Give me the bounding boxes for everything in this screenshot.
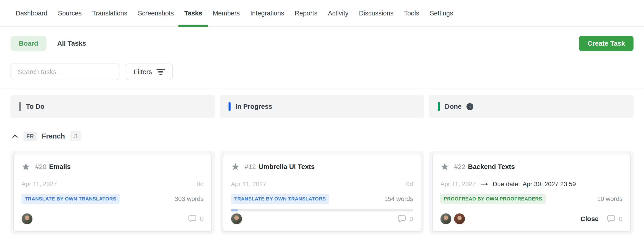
nav-integrations[interactable]: Integrations: [250, 0, 284, 26]
assignee-avatars: [22, 213, 33, 224]
card-title-row: ★ #20 Emails: [22, 162, 204, 172]
comments-indicator: 0: [607, 214, 622, 223]
star-icon[interactable]: ★: [440, 162, 449, 172]
card-title-row: ★ #22 Backend Texts: [440, 162, 622, 172]
nav-discussions[interactable]: Discussions: [359, 0, 394, 26]
nav-sources[interactable]: Sources: [58, 0, 82, 26]
nav-activity[interactable]: Activity: [328, 0, 348, 26]
footer-right: Close 0: [580, 214, 622, 223]
comment-bubble-icon: [397, 214, 406, 223]
task-id: #22: [454, 163, 465, 170]
progress-bar-fill: [231, 209, 238, 211]
footer-right: 0: [188, 214, 204, 223]
due-date-value: Apr 30, 2027 23:59: [522, 181, 576, 188]
nav-reports[interactable]: Reports: [295, 0, 318, 26]
view-tabs-row: Board All Tasks Create Task: [10, 36, 634, 51]
task-title: Umbrella UI Texts: [258, 163, 314, 170]
card-meta-row: Apr 11, 2027 0d: [231, 181, 413, 188]
word-count: 303 words: [175, 195, 204, 202]
word-count: 10 words: [597, 195, 622, 202]
card-badge-row: PROOFREAD BY OWN PROOFREADERS 10 words: [440, 194, 622, 204]
task-title: Emails: [49, 163, 71, 170]
task-title: Backend Texts: [468, 163, 515, 170]
language-name: French: [42, 132, 65, 140]
comments-indicator: 0: [188, 214, 204, 223]
nav-screenshots[interactable]: Screenshots: [138, 0, 174, 26]
top-navigation: Dashboard Sources Translations Screensho…: [0, 0, 644, 27]
language-code-badge: FR: [24, 132, 37, 141]
task-type-badge: PROOFREAD BY OWN PROOFREADERS: [440, 194, 546, 204]
todo-color-bar: [19, 102, 21, 111]
assignee-avatars: [231, 213, 242, 224]
filter-lines-icon: [156, 69, 164, 75]
section-divider: [0, 89, 644, 89]
search-row: Filters: [10, 64, 634, 80]
task-start-date: Apr 11, 2027: [231, 181, 266, 188]
due-date-label: Due date:: [493, 181, 520, 188]
filters-label: Filters: [134, 68, 152, 76]
nav-members[interactable]: Members: [213, 0, 240, 26]
tab-board[interactable]: Board: [10, 36, 46, 51]
task-type-badge: TRANSLATE BY OWN TRANSLATORS: [22, 194, 120, 204]
avatar: [440, 213, 452, 224]
nav-tools[interactable]: Tools: [404, 0, 419, 26]
card-footer: Close 0: [440, 213, 622, 224]
comment-count: 0: [410, 215, 413, 223]
chevron-up-icon: [12, 134, 18, 138]
comment-bubble-icon: [607, 214, 616, 223]
tab-all-tasks[interactable]: All Tasks: [57, 40, 86, 47]
arrow-right-icon: [480, 182, 488, 186]
info-icon[interactable]: i: [466, 103, 474, 110]
progress-bar: [231, 209, 413, 211]
column-label: In Progress: [236, 103, 272, 110]
language-group-header: FR French 3: [10, 131, 634, 142]
in-progress-color-bar: [228, 102, 230, 111]
card-title-row: ★ #12 Umbrella UI Texts: [231, 162, 413, 172]
close-task-button[interactable]: Close: [580, 215, 599, 223]
create-task-button[interactable]: Create Task: [579, 36, 634, 51]
search-input[interactable]: [10, 64, 120, 80]
column-header-todo: To Do: [10, 95, 215, 118]
avatar: [231, 213, 242, 224]
column-label: Done: [445, 103, 462, 110]
avatar: [22, 213, 33, 224]
card-meta-row: Apr 11, 2027 0d: [22, 181, 204, 188]
star-icon[interactable]: ★: [22, 162, 30, 172]
word-count: 154 words: [384, 195, 413, 202]
column-header-in-progress: In Progress: [220, 95, 424, 118]
assignee-avatars: [440, 213, 465, 224]
nav-translations[interactable]: Translations: [92, 0, 127, 26]
task-card-12[interactable]: ★ #12 Umbrella UI Texts Apr 11, 2027 0d …: [223, 154, 421, 231]
avatar: [454, 213, 465, 224]
comment-count: 0: [619, 215, 622, 223]
column-label: To Do: [26, 103, 44, 110]
column-header-done: Done i: [429, 95, 634, 118]
task-count-badge: 3: [70, 131, 82, 141]
footer-right: 0: [397, 214, 413, 223]
task-card-22[interactable]: ★ #22 Backend Texts Apr 11, 2027 Due dat…: [432, 154, 630, 231]
task-days-left: 0d: [197, 181, 204, 188]
filters-button[interactable]: Filters: [126, 64, 173, 80]
task-id: #20: [35, 163, 46, 170]
board-cards-row: ★ #20 Emails Apr 11, 2027 0d TRANSLATE B…: [0, 151, 644, 234]
task-start-date: Apr 11, 2027: [22, 181, 57, 188]
task-card-20[interactable]: ★ #20 Emails Apr 11, 2027 0d TRANSLATE B…: [14, 154, 212, 231]
task-start-date: Apr 11, 2027: [440, 181, 476, 188]
nav-tasks[interactable]: Tasks: [184, 0, 202, 26]
done-color-bar: [438, 102, 440, 111]
nav-dashboard[interactable]: Dashboard: [16, 0, 48, 26]
in-progress-column-well: ★ #12 Umbrella UI Texts Apr 11, 2027 0d …: [220, 151, 424, 234]
nav-settings[interactable]: Settings: [430, 0, 453, 26]
comment-count: 0: [200, 215, 204, 223]
card-footer: 0: [22, 213, 204, 224]
board-column-headers: To Do In Progress Done i: [0, 95, 644, 118]
card-meta-row: Apr 11, 2027 Due date: Apr 30, 2027 23:5…: [440, 181, 622, 188]
collapse-group-button[interactable]: [10, 134, 20, 138]
todo-column-well: ★ #20 Emails Apr 11, 2027 0d TRANSLATE B…: [10, 151, 215, 234]
star-icon[interactable]: ★: [231, 162, 240, 172]
done-column-well: ★ #22 Backend Texts Apr 11, 2027 Due dat…: [429, 151, 634, 234]
task-days-left: 0d: [406, 181, 413, 188]
task-type-badge: TRANSLATE BY OWN TRANSLATORS: [231, 194, 329, 204]
comment-bubble-icon: [188, 214, 197, 223]
task-id: #12: [245, 163, 256, 170]
